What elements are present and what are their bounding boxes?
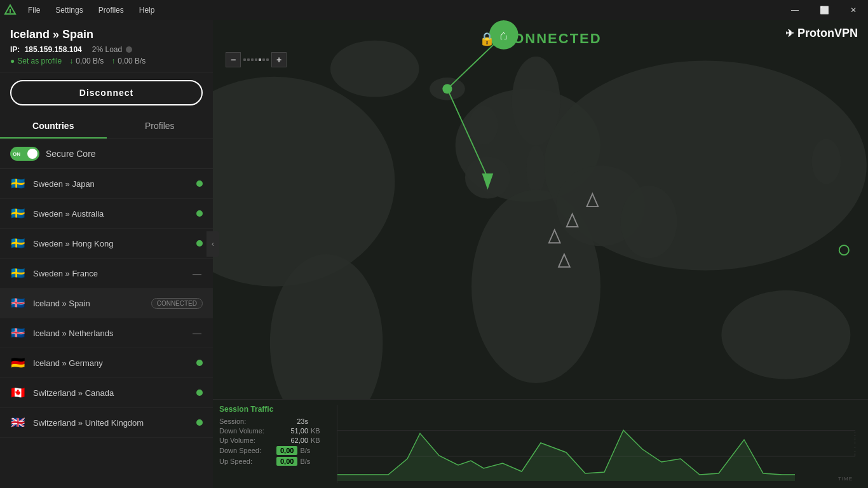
maximize-button[interactable]: ⬜ xyxy=(810,0,839,20)
flag-switzerland-canada: 🇨🇦 xyxy=(10,387,25,398)
up-arrow-icon: ↑ xyxy=(111,57,115,65)
down-volume-unit: KB xyxy=(311,427,320,435)
server-item-iceland-spain[interactable]: 🇮🇸 Iceland » Spain CONNECTED xyxy=(0,288,213,318)
load-indicator-2 xyxy=(196,240,203,247)
menu-help[interactable]: Help xyxy=(132,0,163,20)
svg-point-15 xyxy=(721,290,850,379)
zoom-in-button[interactable]: + xyxy=(271,52,287,67)
traffic-upvol-row: Up Volume: 62,00 KB xyxy=(219,437,337,444)
zoom-line xyxy=(243,58,269,61)
traffic-downspeed-row: Down Speed: 0,00 B/s xyxy=(219,446,337,455)
flag-sweden-hongkong: 🇸🇪 xyxy=(10,238,25,249)
up-volume-label: Up Volume: xyxy=(219,437,276,444)
load-indicator-8 xyxy=(196,419,203,426)
server-name-sweden-japan: Sweden » Japan xyxy=(33,179,196,189)
tab-profiles[interactable]: Profiles xyxy=(107,113,214,139)
tabs: Countries Profiles xyxy=(0,113,213,139)
svg-point-16 xyxy=(812,139,841,184)
secure-core-toggle[interactable]: ON xyxy=(10,147,39,161)
connection-header: Iceland » Spain IP: 185.159.158.104 2% L… xyxy=(0,20,213,72)
down-arrow-icon: ↓ xyxy=(69,57,73,65)
connected-badge: CONNECTED xyxy=(151,298,203,309)
server-list: 🇸🇪 Sweden » Japan 🇸🇪 Sweden » Australia … xyxy=(0,169,213,488)
minus-icon-netherlands: — xyxy=(193,328,201,338)
connected-status: 🔒 CONNECTED xyxy=(479,30,601,47)
secure-core-label: Secure Core xyxy=(46,149,96,159)
load-indicator-1 xyxy=(196,210,203,217)
toggle-knob xyxy=(27,149,37,159)
server-item-sweden-hongkong[interactable]: 🇸🇪 Sweden » Hong Kong xyxy=(0,229,213,259)
server-item-iceland-germany[interactable]: 🇩🇪 Iceland » Germany xyxy=(0,348,213,378)
traffic-panel: Session Traffic Session: 23s Down Volume… xyxy=(213,399,868,488)
up-volume-value: 62,00 xyxy=(276,437,308,444)
minimize-button[interactable]: — xyxy=(780,0,810,20)
up-speed-unit: B/s xyxy=(300,458,310,465)
zoom-pip-5 xyxy=(259,58,261,61)
connected-label: CONNECTED xyxy=(501,30,601,47)
flag-sweden-australia: 🇸🇪 xyxy=(10,208,25,219)
flag-iceland-netherlands: 🇮🇸 xyxy=(10,327,25,339)
down-volume-value: 51,00 xyxy=(276,427,308,435)
zoom-pip-4 xyxy=(255,58,257,61)
ip-label: IP: xyxy=(10,45,20,54)
time-label: TIME xyxy=(838,476,853,482)
zoom-pip-6 xyxy=(262,58,265,61)
sidebar: Iceland » Spain IP: 185.159.158.104 2% L… xyxy=(0,20,213,488)
up-speed-value: 0,00 xyxy=(276,457,297,466)
protonvpn-logo: ✈ ProtonVPN xyxy=(785,27,858,40)
flag-switzerland-uk: 🇬🇧 xyxy=(10,417,25,428)
zoom-pip-7 xyxy=(266,58,269,61)
server-item-sweden-japan[interactable]: 🇸🇪 Sweden » Japan xyxy=(0,169,213,199)
titlebar: File Settings Profiles Help — ⬜ ✕ xyxy=(0,0,868,20)
connection-speed-row: ● Set as profile ↓ 0,00 B/s ↑ 0,00 B/s xyxy=(10,57,203,65)
server-name-iceland-spain: Iceland » Spain xyxy=(33,299,151,308)
traffic-upspeed-row: Up Speed: 0,00 B/s xyxy=(219,457,337,466)
up-speed-label: Up Speed: xyxy=(219,458,276,465)
down-volume-label: Down Volume: xyxy=(219,427,276,435)
svg-point-9 xyxy=(330,41,419,97)
server-name-iceland-netherlands: Iceland » Netherlands xyxy=(33,329,193,338)
map-area: ⌂ 🔒 CONNECTED ✈ ProtonVPN − + xyxy=(213,20,868,488)
flag-iceland-germany: 🇩🇪 xyxy=(10,357,25,369)
server-item-iceland-netherlands[interactable]: 🇮🇸 Iceland » Netherlands — xyxy=(0,318,213,348)
chart-area: TIME TRAFFIC xyxy=(337,405,855,483)
load-indicator-7 xyxy=(196,390,203,396)
server-name-switzerland-uk: Switzerland » United Kingdom xyxy=(33,418,196,428)
flag-sweden-france: 🇸🇪 xyxy=(10,268,25,279)
minus-icon-france: — xyxy=(193,268,201,278)
traffic-title: Session Traffic xyxy=(219,405,337,414)
server-item-sweden-australia[interactable]: 🇸🇪 Sweden » Australia xyxy=(0,199,213,229)
app-logo xyxy=(0,0,20,20)
menu-settings[interactable]: Settings xyxy=(48,0,90,20)
load-indicator-0 xyxy=(196,180,203,187)
menu-profiles[interactable]: Profiles xyxy=(91,0,132,20)
server-item-switzerland-uk[interactable]: 🇬🇧 Switzerland » United Kingdom xyxy=(0,408,213,438)
down-speed-value: 0,00 xyxy=(276,446,297,455)
session-label: Session: xyxy=(219,417,276,425)
menu-file[interactable]: File xyxy=(20,0,48,20)
down-speed-unit: B/s xyxy=(300,447,310,454)
ip-address: 185.159.158.104 xyxy=(25,45,82,54)
up-volume-unit: KB xyxy=(311,437,320,444)
server-name-sweden-france: Sweden » France xyxy=(33,269,193,278)
load-dot xyxy=(126,46,132,53)
disconnect-button[interactable]: Disconnect xyxy=(10,80,203,105)
window-controls: — ⬜ ✕ xyxy=(780,0,868,20)
proton-logo-text: ProtonVPN xyxy=(797,27,858,40)
zoom-controls: − + xyxy=(226,52,287,67)
zoom-out-button[interactable]: − xyxy=(226,52,241,67)
server-item-sweden-france[interactable]: 🇸🇪 Sweden » France — xyxy=(0,259,213,288)
collapse-sidebar-button[interactable]: ‹ xyxy=(207,231,219,257)
traffic-info: Session Traffic Session: 23s Down Volume… xyxy=(219,405,337,483)
proton-logo-icon: ✈ xyxy=(785,27,794,39)
down-speed-label: Down Speed: xyxy=(219,447,276,454)
close-button[interactable]: ✕ xyxy=(839,0,868,20)
tab-countries[interactable]: Countries xyxy=(0,113,107,139)
connection-route: Iceland » Spain xyxy=(10,28,203,41)
set-profile-link[interactable]: ● Set as profile xyxy=(10,57,62,65)
load-indicator-6 xyxy=(196,360,203,366)
server-item-switzerland-canada[interactable]: 🇨🇦 Switzerland » Canada xyxy=(0,378,213,408)
server-name-switzerland-canada: Switzerland » Canada xyxy=(33,388,196,398)
svg-point-7 xyxy=(526,146,545,194)
connection-info-row: IP: 185.159.158.104 2% Load xyxy=(10,45,203,54)
